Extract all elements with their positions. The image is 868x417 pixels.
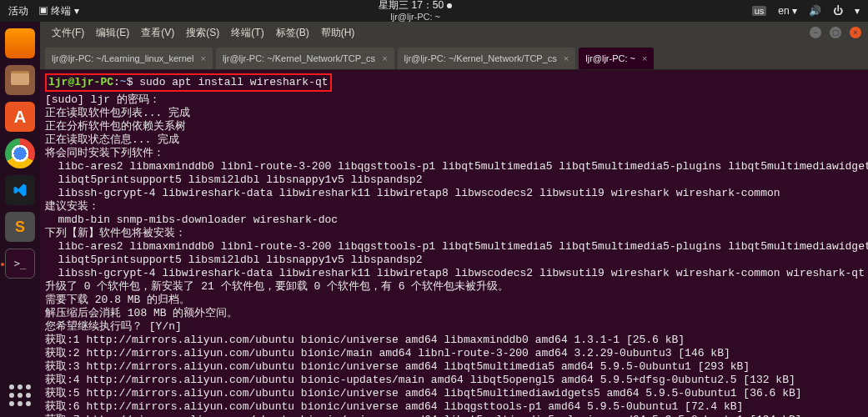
close-icon[interactable]: ×	[200, 53, 205, 63]
dock-files[interactable]	[5, 65, 35, 95]
dock-software[interactable]: A	[5, 102, 35, 132]
dock-terminal[interactable]	[5, 249, 35, 279]
tab-3[interactable]: ljr@ljr-PC: ~/Kernel_Network/TCP_cs×	[398, 48, 576, 69]
prompt-user-host: ljr@ljr-PC	[48, 76, 113, 88]
window-close[interactable]: ×	[850, 27, 861, 38]
dock: A	[0, 22, 40, 417]
menu-file[interactable]: 文件(F)	[47, 24, 89, 42]
dock-sublime[interactable]	[5, 212, 35, 242]
menu-search[interactable]: 搜索(S)	[181, 24, 224, 42]
activities-button[interactable]: 活动	[8, 4, 28, 18]
dock-chrome[interactable]	[5, 138, 35, 168]
menu-view[interactable]: 查看(V)	[136, 24, 179, 42]
tabbar: ljr@ljr-PC: ~/Learning_linux_kernel× ljr…	[40, 43, 868, 70]
close-icon[interactable]: ×	[642, 53, 647, 63]
active-indicator	[1, 263, 4, 266]
notification-dot	[447, 3, 452, 8]
menu-help[interactable]: 帮助(H)	[316, 24, 360, 42]
terminal-output: [sudo] ljr 的密码： 正在读取软件包列表... 完成 正在分析软件包的…	[45, 93, 868, 417]
terminal-window: 文件(F) 编辑(E) 查看(V) 搜索(S) 终端(T) 标签(B) 帮助(H…	[40, 22, 868, 417]
volume-icon[interactable]: 🔊	[809, 5, 821, 17]
prompt-path: ~	[120, 76, 127, 88]
tab-4-active[interactable]: ljr@ljr-PC: ~×	[579, 48, 654, 69]
close-icon[interactable]: ×	[382, 53, 387, 63]
window-maximize[interactable]: ▢	[830, 27, 841, 38]
menu-terminal[interactable]: 终端(T)	[226, 24, 268, 42]
app-indicator[interactable]: ▣ 终端 ▾	[38, 4, 79, 18]
tab-2[interactable]: ljr@ljr-PC: ~/Kernel_Network/TCP_cs×	[216, 48, 394, 69]
clock[interactable]: 星期三 17：50	[379, 0, 444, 11]
dock-apps-grid[interactable]	[5, 380, 35, 410]
window-minimize[interactable]: −	[810, 27, 821, 38]
gnome-topbar: 活动 ▣ 终端 ▾ 星期三 17：50 ljr@ljr-PC: ~ us en …	[0, 0, 868, 22]
tab-1[interactable]: ljr@ljr-PC: ~/Learning_linux_kernel×	[45, 48, 213, 69]
menu-edit[interactable]: 编辑(E)	[91, 24, 134, 42]
close-icon[interactable]: ×	[564, 53, 569, 63]
dock-vscode[interactable]	[5, 175, 35, 205]
menubar: 文件(F) 编辑(E) 查看(V) 搜索(S) 终端(T) 标签(B) 帮助(H…	[40, 22, 868, 43]
window-title: ljr@ljr-PC: ~	[390, 12, 440, 22]
menu-tabs[interactable]: 标签(B)	[271, 24, 314, 42]
dock-firefox[interactable]	[5, 28, 35, 58]
command: sudo apt install wireshark-qt	[139, 76, 328, 88]
power-icon[interactable]: ⏻	[833, 5, 843, 17]
highlight-box: ljr@ljr-PC:~$ sudo apt install wireshark…	[45, 73, 332, 92]
system-menu-dropdown[interactable]: ▾	[855, 5, 860, 17]
ime-indicator[interactable]: us	[752, 6, 767, 16]
lang-indicator[interactable]: en ▾	[778, 5, 797, 17]
terminal-content[interactable]: ljr@ljr-PC:~$ sudo apt install wireshark…	[40, 70, 868, 417]
